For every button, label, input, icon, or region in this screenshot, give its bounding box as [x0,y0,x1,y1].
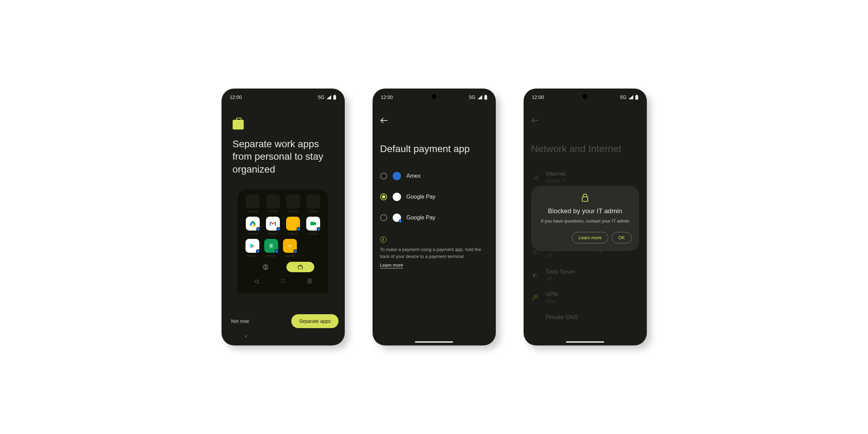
status-bar: 12:00 5G [228,92,339,102]
svg-rect-5 [310,222,315,225]
radio-unselected[interactable] [380,173,387,180]
svg-rect-13 [299,265,301,266]
page-title: Network and Internet [531,143,639,155]
option-label: Amex [407,173,421,179]
radio-selected[interactable] [380,193,387,200]
learn-more-link[interactable]: Learn more [380,262,403,268]
battery-icon [484,95,487,100]
svg-rect-1 [334,95,335,95]
svg-rect-0 [333,95,336,100]
dialog-title: Blocked by your IT admin [548,207,622,215]
saver-icon: ◐ [531,271,539,279]
learn-more-button[interactable]: Learn more [572,232,608,243]
setting-private-dns: Private DNS [530,309,641,326]
camera-hole [583,94,587,99]
app-icon-meet [306,217,320,231]
app-icon-slides [283,239,297,253]
status-time: 12:00 [230,94,242,100]
phone-payment-app: 12:00 5G Default payment app Amex Google… [373,89,496,345]
radio-unselected[interactable] [380,214,387,221]
status-time: 12:00 [381,94,393,100]
mini-nav-bar: ◁□||| [243,278,323,284]
payment-option-amex[interactable]: Amex [379,166,490,186]
gpay-icon [393,193,401,201]
status-right: 5G [318,94,336,100]
svg-rect-14 [484,95,487,100]
vpn-icon: 🔑 [531,294,539,301]
phone-work-apps: 12:00 5G Separate work apps from persona… [222,89,345,345]
signal-icon [628,95,634,100]
person-icon [263,264,268,270]
tab-work [286,262,314,272]
phone-network-blocked: 12:00 5G Network and Internet Internet G… [524,89,647,345]
illustration-mini-phone: ◁□||| [238,190,328,294]
page-title: Default payment app [380,143,488,155]
svg-rect-18 [582,197,588,201]
status-right: 5G [620,94,639,100]
not-now-button[interactable]: Not now [228,315,252,327]
signal-icon [477,95,483,100]
setting-data-saver: ◐ Data Saver Off [530,264,641,286]
svg-rect-16 [635,95,638,100]
battery-icon [333,95,336,100]
battery-icon [635,95,639,100]
status-network: 5G [620,94,627,100]
payment-option-gpay-work[interactable]: Google Pay [379,207,490,228]
svg-rect-3 [275,222,276,226]
wifi-icon [531,173,539,181]
briefcase-small-icon [298,265,303,269]
app-icon-sheets [264,239,278,253]
svg-rect-2 [270,222,271,226]
payment-option-gpay-primary[interactable]: Google Pay [379,186,490,207]
svg-rect-9 [289,245,291,247]
blocked-dialog: Blocked by your IT admin If you have que… [531,186,639,251]
info-text: To make a payment using a payment app, h… [380,246,488,260]
ok-button[interactable]: OK [612,232,632,243]
app-icon-drive [246,217,260,231]
back-nav-icon[interactable]: ‹ [245,333,247,339]
setting-vpn: 🔑 VPN None [530,286,641,309]
setting-internet: Internet Google Fi [530,166,641,188]
lock-icon [582,193,589,203]
status-time: 12:00 [532,94,544,100]
home-indicator[interactable] [566,341,604,343]
gpay-work-icon [393,214,401,222]
camera-hole [432,94,436,99]
app-icon-docs [286,217,300,231]
status-network: 5G [318,94,325,100]
status-right: 5G [469,94,487,100]
svg-rect-17 [636,95,637,95]
option-label: Google Pay [407,194,436,200]
app-icon-gmail [266,217,280,231]
home-indicator[interactable] [415,341,453,343]
option-label: Google Pay [407,215,436,221]
info-icon: i [380,236,386,243]
back-button[interactable] [380,116,490,125]
page-title: Separate work apps from personal to stay… [233,138,334,176]
amex-icon [393,172,401,180]
svg-rect-4 [291,221,295,226]
dialog-text: If you have questions, contact your IT a… [541,218,629,224]
svg-rect-15 [485,95,486,95]
signal-icon [326,95,332,100]
status-network: 5G [469,94,476,100]
tab-personal [252,262,279,272]
svg-point-11 [265,266,267,267]
app-icon-play [245,239,259,253]
briefcase-icon [233,120,244,130]
back-button [531,116,641,125]
separate-apps-button[interactable]: Separate apps [291,314,338,328]
svg-rect-12 [298,266,302,269]
